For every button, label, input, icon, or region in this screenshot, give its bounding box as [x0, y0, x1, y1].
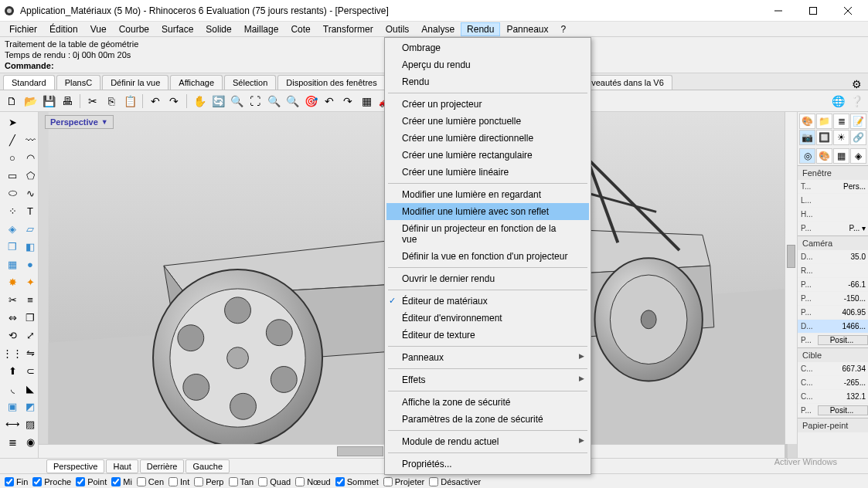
layer-icon[interactable]: ≣	[2, 433, 23, 450]
offset-icon[interactable]: ⊂	[24, 362, 36, 379]
mirror-icon[interactable]: ⇋	[24, 344, 36, 361]
property-value[interactable]: 132.1	[818, 392, 868, 401]
menu-?[interactable]: ?	[554, 22, 572, 36]
tab-layers-icon[interactable]: ≣	[833, 114, 849, 129]
property-value[interactable]: 406.95	[818, 308, 868, 317]
property-value[interactable]: 1466...	[818, 322, 868, 330]
menu-outils[interactable]: Outils	[380, 22, 416, 36]
osnap-mi[interactable]: Mi	[111, 477, 132, 486]
property-value[interactable]: -150...	[818, 294, 868, 303]
property-value[interactable]: Pers...	[818, 182, 868, 191]
arc-icon[interactable]: ◠	[24, 149, 36, 166]
redo-view-icon[interactable]: ↷	[339, 93, 356, 110]
tab-notes-icon[interactable]: 📝	[850, 114, 866, 129]
menu-item[interactable]: Panneaux▶	[386, 349, 589, 366]
menu-panneaux[interactable]: Panneaux	[500, 22, 554, 36]
viewport-scrollbar-vertical[interactable]	[785, 112, 797, 444]
property-value[interactable]: P... ▾	[818, 224, 868, 232]
viewport-tab[interactable]: Derrière	[140, 459, 185, 473]
zoom-target-icon[interactable]: 🎯	[302, 93, 319, 110]
menu-item[interactable]: Créer une lumière rectangulaire	[386, 147, 589, 164]
move-icon[interactable]: ⇔	[2, 309, 23, 326]
menu-item[interactable]: Créer une lumière directionnelle	[386, 130, 589, 147]
minimize-button[interactable]	[761, 0, 795, 22]
tab-texture-icon[interactable]: ▦	[833, 148, 849, 164]
tab-folder-icon[interactable]: 📁	[816, 114, 832, 129]
menu-item[interactable]: Éditeur de matériaux✓	[386, 293, 589, 310]
zoom-icon[interactable]: 🔍	[284, 93, 301, 110]
print-icon[interactable]: 🖶	[59, 93, 76, 110]
osnap-proche[interactable]: Proche	[32, 477, 71, 486]
menu-maillage[interactable]: Maillage	[238, 22, 285, 36]
tab-link-icon[interactable]: 🔗	[850, 130, 866, 145]
viewport-tab[interactable]: Gauche	[186, 459, 230, 473]
polyline-icon[interactable]: 〰	[24, 131, 36, 148]
group-icon[interactable]: ▣	[2, 398, 23, 415]
menu-item[interactable]: Éditeur de texture	[386, 327, 589, 344]
menu-item[interactable]: Modifier une lumière avec son reflet	[386, 203, 589, 220]
menu-item[interactable]: Propriétés...	[386, 456, 589, 473]
menu-item[interactable]: Créer une lumière linéaire	[386, 164, 589, 181]
osnap-nœud[interactable]: Nœud	[295, 477, 331, 486]
undo-view-icon[interactable]: ↶	[321, 93, 338, 110]
toolbar-tab[interactable]: Disposition des fenêtres	[277, 75, 385, 90]
menu-item[interactable]: Ouvrir le dernier rendu	[386, 270, 589, 287]
property-button[interactable]: Posit...	[818, 405, 868, 415]
menu-cote[interactable]: Cote	[284, 22, 316, 36]
mesh-icon[interactable]: ▦	[2, 256, 23, 273]
help-icon[interactable]: ❔	[848, 93, 865, 110]
menu-fichier[interactable]: Fichier	[3, 22, 43, 36]
plane-icon[interactable]: ▱	[24, 220, 36, 237]
zoom-icon[interactable]: 🔍	[265, 93, 282, 110]
copy-icon[interactable]: ❐	[24, 309, 36, 326]
chamfer-icon[interactable]: ◣	[24, 380, 36, 397]
paste-icon[interactable]: 📋	[121, 93, 138, 110]
properties-icon[interactable]: ◉	[24, 433, 36, 450]
menu-item[interactable]: Définir un projecteur en fonction de la …	[386, 220, 589, 248]
menu-item[interactable]: Éditeur d'environnement	[386, 310, 589, 327]
redo-icon[interactable]: ↷	[165, 93, 182, 110]
dimension-icon[interactable]: ⟷	[2, 415, 23, 432]
osnap-sommet[interactable]: Sommet	[335, 477, 379, 486]
point-icon[interactable]: ⁘	[2, 202, 23, 219]
cut-icon[interactable]: ✂	[84, 93, 101, 110]
osnap-perp[interactable]: Perp	[194, 477, 223, 486]
menu-vue[interactable]: Vue	[84, 22, 113, 36]
new-icon[interactable]: 🗋	[3, 93, 20, 110]
extrude-icon[interactable]: ⬆	[2, 362, 23, 379]
toolbar-tab[interactable]: Définir la vue	[102, 75, 168, 90]
surface-icon[interactable]: ◈	[2, 220, 23, 237]
tab-decal-icon[interactable]: ◈	[850, 148, 866, 164]
menu-solide[interactable]: Solide	[199, 22, 237, 36]
tab-sun-icon[interactable]: ☀	[833, 130, 849, 145]
circle-icon[interactable]: ○	[2, 149, 23, 166]
menu-item[interactable]: Définir la vue en fonction d'un projecte…	[386, 248, 589, 265]
gear-icon[interactable]: ⚙	[848, 76, 865, 93]
tab-materials-icon[interactable]: 🎨	[799, 114, 815, 129]
osnap-désactiver[interactable]: Désactiver	[429, 477, 481, 486]
osnap-fin[interactable]: Fin	[5, 477, 28, 486]
toolbar-tab[interactable]: Affichage	[170, 75, 223, 90]
toolbar-tab[interactable]: Standard	[3, 75, 55, 90]
split-icon[interactable]: ≡	[24, 291, 36, 308]
menu-rendu[interactable]: Rendu	[461, 22, 500, 36]
join-icon[interactable]: ✦	[24, 273, 36, 290]
box-icon[interactable]: ❐	[2, 238, 23, 255]
hatch-icon[interactable]: ▨	[24, 415, 36, 432]
toolbar-tab[interactable]: Sélection	[224, 75, 276, 90]
menu-édition[interactable]: Édition	[43, 22, 84, 36]
menu-transformer[interactable]: Transformer	[317, 22, 380, 36]
line-icon[interactable]: ╱	[2, 131, 23, 148]
menu-analyse[interactable]: Analyse	[415, 22, 461, 36]
menu-item[interactable]: Rendu	[386, 73, 589, 90]
zoom-extents-icon[interactable]: ⛶	[247, 93, 264, 110]
property-button[interactable]: Posit...	[818, 335, 868, 345]
trim-icon[interactable]: ✂	[2, 291, 23, 308]
open-icon[interactable]: 📂	[22, 93, 39, 110]
fillet-icon[interactable]: ◟	[2, 380, 23, 397]
toolbar-tab[interactable]: PlansC	[56, 75, 100, 90]
tab-display-icon[interactable]: 🔲	[816, 130, 832, 145]
save-icon[interactable]: 💾	[40, 93, 57, 110]
tab-material-icon[interactable]: 🎨	[816, 148, 832, 164]
osnap-int[interactable]: Int	[168, 477, 189, 486]
